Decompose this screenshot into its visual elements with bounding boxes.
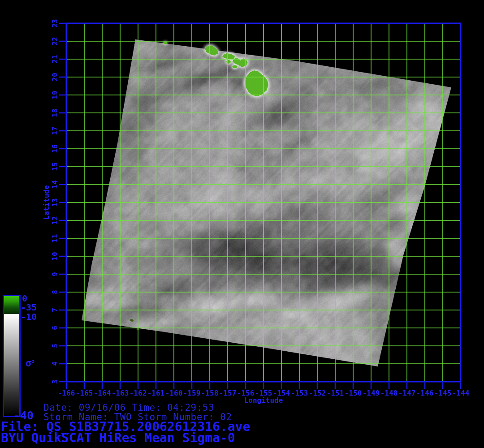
colorbar-label-minus35: -35 [21,303,37,312]
lon-tick-label: -162 [130,390,147,397]
lat-tick-label: 17 [52,126,59,135]
lat-tick-label: 3 [52,379,59,384]
lat-tick-label: 21 [52,55,59,63]
product-title-line: BYU QuikSCAT HiRes Mean Sigma-0 [1,432,235,444]
lon-tick-label: -146 [416,390,434,397]
lon-tick-label: -161 [147,390,165,397]
lon-tick-label: -152 [309,390,326,397]
lat-tick-label: 8 [52,290,59,294]
lon-tick-label: -149 [363,390,380,397]
lat-tick-label: 14 [52,180,59,189]
lon-tick-label: -150 [345,390,362,397]
lon-tick-label: -163 [112,390,129,397]
lat-tick-label: 18 [52,108,59,117]
date-time-line: Date: 09/16/06 Time: 04:29:53 [43,403,214,413]
colorbar-land-gradient [4,296,19,314]
lon-tick-label: -164 [94,390,111,397]
lon-tick-label: -160 [165,390,183,397]
lon-tick-label: -158 [201,390,219,397]
lon-tick-label: -165 [76,390,93,397]
colorbar-label-minus10: -10 [21,312,37,321]
lat-tick-label: 19 [52,90,59,99]
lon-tick-label: -147 [398,390,416,397]
lon-tick-label: -148 [380,390,398,397]
quikscat-figure: -166-165-164-163-162-161-160-159-158-157… [0,0,484,448]
lat-tick-label: 13 [52,198,59,207]
lat-tick-label: 5 [52,344,59,348]
lon-tick-label: -153 [291,390,308,397]
plot-grid-frame [0,0,484,448]
lat-tick-label: 7 [52,308,59,312]
lat-tick-label: 15 [52,162,59,171]
y-axis-title: Latitude [43,185,50,220]
lat-tick-label: 4 [52,362,59,366]
lat-tick-label: 16 [52,144,59,153]
colorbar-label-0: 0 [22,294,27,303]
lon-tick-label: -144 [452,390,470,397]
lon-tick-label: -157 [219,390,237,397]
lat-tick-label: 12 [52,216,59,224]
colorbar-sigma-label: σo [26,358,35,368]
lon-tick-label: -166 [58,390,75,397]
lat-tick-label: 23 [52,19,59,27]
lat-tick-label: 11 [52,234,59,242]
lon-tick-label: -159 [183,390,201,397]
colorbar [3,295,21,417]
colorbar-ocean-gradient [4,314,19,416]
lon-tick-label: -145 [434,390,452,397]
lon-tick-label: -151 [327,390,344,397]
lat-tick-label: 9 [52,272,59,276]
x-axis-title: Longitude [244,397,283,404]
lat-tick-label: 10 [52,252,59,260]
lat-tick-label: 20 [52,73,59,81]
lat-tick-label: 6 [52,326,59,330]
lat-tick-label: 22 [52,37,59,45]
